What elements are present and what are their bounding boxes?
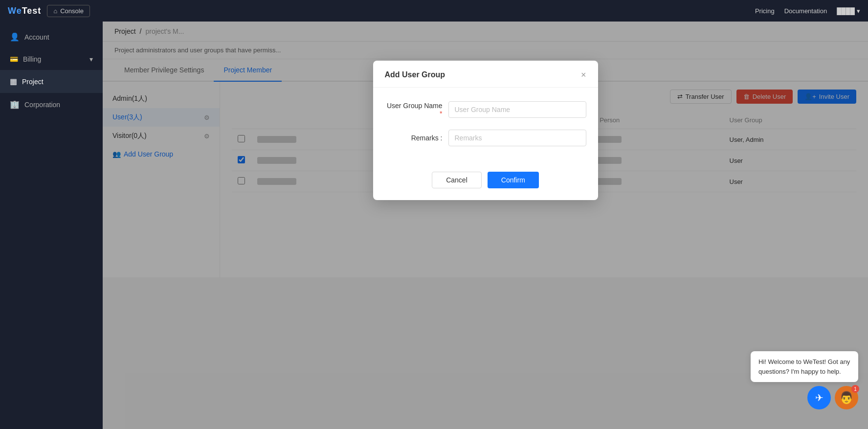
modal-title: Add User Group xyxy=(385,70,445,79)
modal-body: User Group Name * Remarks : xyxy=(373,88,598,168)
wetest-logo: WeTest xyxy=(8,6,41,16)
project-icon: ▦ xyxy=(10,77,17,86)
add-user-group-modal: Add User Group × User Group Name * Remar… xyxy=(373,61,598,200)
chevron-down-icon: ▾ xyxy=(857,7,860,15)
user-icon: 👤 xyxy=(10,32,20,42)
nav-right: Pricing Documentation ████ ▾ xyxy=(755,7,860,15)
chat-row: ✈ 👨 1 xyxy=(751,386,858,409)
remarks-input[interactable] xyxy=(448,130,586,146)
telegram-icon: ✈ xyxy=(815,392,823,404)
remarks-row: Remarks : xyxy=(385,130,586,146)
avatar-icon: 👨 xyxy=(839,391,854,405)
required-mark: * xyxy=(440,110,442,117)
user-menu[interactable]: ████ ▾ xyxy=(837,7,860,15)
sidebar-corporation-label: Corporation xyxy=(24,101,60,109)
chat-avatar[interactable]: 👨 1 xyxy=(835,386,858,409)
pricing-link[interactable]: Pricing xyxy=(755,7,775,15)
sidebar-project-label: Project xyxy=(22,78,44,86)
user-group-name-row: User Group Name * xyxy=(385,101,586,118)
console-button[interactable]: ⌂ Console xyxy=(47,5,90,17)
chat-widget: Hi! Welcome to WeTest! Got any questions… xyxy=(751,351,858,409)
sidebar-item-corporation[interactable]: 🏢 Corporation xyxy=(0,93,103,116)
cancel-button[interactable]: Cancel xyxy=(432,172,482,188)
user-group-name-input[interactable] xyxy=(448,101,586,118)
nav-left: WeTest ⌂ Console xyxy=(8,5,90,17)
modal-footer: Cancel Confirm xyxy=(373,168,598,200)
main-layout: 👤 Account 💳 Billing ▾ ▦ Project 🏢 Corpor… xyxy=(0,22,868,429)
documentation-link[interactable]: Documentation xyxy=(784,7,827,15)
console-label: Console xyxy=(60,7,84,15)
top-navigation: WeTest ⌂ Console Pricing Documentation █… xyxy=(0,0,868,22)
sidebar-account-label: Account xyxy=(24,33,49,41)
sidebar-item-account[interactable]: 👤 Account xyxy=(0,25,103,48)
corporation-icon: 🏢 xyxy=(10,100,20,109)
remarks-label: Remarks : xyxy=(385,134,448,142)
confirm-button[interactable]: Confirm xyxy=(488,172,539,188)
user-group-name-label: User Group Name * xyxy=(385,102,448,117)
modal-close-button[interactable]: × xyxy=(581,70,586,79)
sidebar-item-project[interactable]: ▦ Project xyxy=(0,70,103,93)
sidebar-billing-label: Billing xyxy=(23,55,41,63)
chevron-down-icon: ▾ xyxy=(89,55,93,63)
sidebar: 👤 Account 💳 Billing ▾ ▦ Project 🏢 Corpor… xyxy=(0,22,103,429)
user-avatar: ████ xyxy=(837,7,855,15)
modal-header: Add User Group × xyxy=(373,61,598,88)
billing-left: 💳 Billing xyxy=(10,55,41,63)
billing-icon: 💳 xyxy=(10,55,18,63)
telegram-button[interactable]: ✈ xyxy=(807,386,831,409)
sidebar-item-billing[interactable]: 💳 Billing ▾ xyxy=(0,48,103,70)
home-icon: ⌂ xyxy=(53,7,57,15)
chat-badge: 1 xyxy=(851,385,859,393)
chat-bubble: Hi! Welcome to WeTest! Got any questions… xyxy=(751,351,858,382)
